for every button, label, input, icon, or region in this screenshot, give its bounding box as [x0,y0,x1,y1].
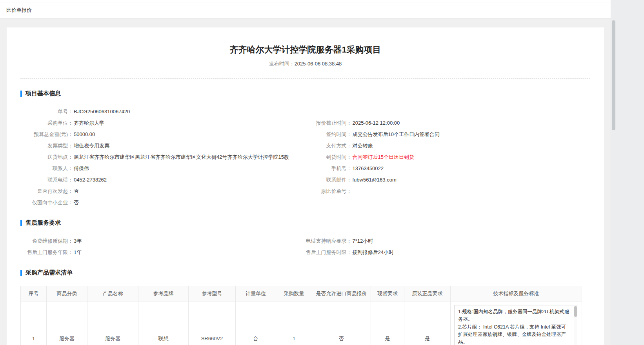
content-card: 齐齐哈尔大学计控学院服务器1采购项目 发布时间：2025-06-06 08:38… [7,27,604,345]
column-header: 参考型号 [189,286,236,301]
cell-tech-spec: 1.规格:国内知名品牌，服务器同一品牌2U 机架式服务器。 2.芯片组： Int… [451,301,582,345]
tech-spec-text: 1.规格:国内知名品牌，服务器同一品牌2U 机架式服务器。 2.芯片组： Int… [458,308,571,345]
field-label: 仅面向中小企业： [20,199,73,206]
cell-stock-required: 是 [371,301,404,345]
page-scrollbar-track[interactable] [611,0,644,345]
column-header: 现货要求 [371,286,404,301]
cell-import-allowed: 否 [312,301,371,345]
field-value: 黑龙江省齐齐哈尔市建华区黑龙江省齐齐哈尔市建华区文化大街42号齐齐哈尔大学计控学… [73,153,289,161]
product-requirements-table: 序号 商品分类 产品名称 参考品牌 参考型号 计量单位 采购数量 是否允许进口商… [20,286,582,345]
field-value: 0452-2738262 [73,176,107,183]
column-header: 商品分类 [47,286,87,301]
field-label: 报价截止时间： [306,119,352,127]
field-label: 预算总金额(元)： [20,131,73,138]
field-row: 仅面向中小企业：否 [20,197,590,208]
column-header: 是否允许进口商品报价 [312,286,371,301]
field-value: 50000.00 [73,131,95,138]
field-row: 单号：BJCG250606310067420 [20,106,590,117]
field-label: 是否再次发起： [20,187,73,195]
field-value: fubw561@163.com [352,176,397,183]
cell-product-name: 服务器 [87,301,138,345]
field-value: 2025-06-12 12:00:00 [352,119,400,127]
table-row: 1 服务器 服务器 联想 SR660V2 台 1 否 是 是 1.规格:国内知名… [21,301,582,345]
spec-scrollbar-thumb[interactable] [574,306,577,317]
field-value: 13763450022 [352,165,384,172]
section-header-products: 采购产品需求清单 [20,269,590,276]
section-header-basic-info: 项目基本信息 [20,90,590,97]
page-scrollbar-thumb[interactable] [612,20,615,130]
field-value: 成交公告发布后10个工作日内签署合同 [352,131,440,138]
column-header: 计量单位 [236,286,276,301]
field-label: 联系人： [20,165,73,172]
cell-brand: 联想 [138,301,189,345]
section-bar-icon [20,220,22,226]
cell-category: 服务器 [47,301,87,345]
tech-spec-scrollbox[interactable]: 1.规格:国内知名品牌，服务器同一品牌2U 机架式服务器。 2.芯片组： Int… [454,305,578,345]
cell-qty: 1 [276,301,312,345]
cell-model: SR660V2 [189,301,236,345]
delivery-time-value: 合同签订后15个日历日到货 [352,153,414,161]
field-value: BJCG250606310067420 [73,108,130,115]
field-row: 免费维修质保期：3年 电话支持响应要求：7*12小时 [20,235,590,247]
publish-time-value: 2025-06-06 08:38:48 [295,61,342,67]
cell-unit: 台 [236,301,276,345]
field-value: 对公转账 [352,142,373,149]
field-row: 发票类型：增值税专用发票 支付方式：对公转账 [20,140,590,151]
field-row: 售后上门服务年限：1年 售后上门服务时限：接到报修后24小时 [20,247,590,258]
field-row: 联系人：傅保伟 手机号：13763450022 [20,163,590,174]
section-title: 项目基本信息 [25,90,61,97]
field-row: 是否再次发起：否 原比价单号： [20,185,590,197]
field-label: 电话支持响应要求： [306,237,352,245]
spec-scrollbar-track[interactable] [574,306,577,345]
publish-time-line: 发布时间：2025-06-06 08:38:48 [20,60,590,67]
field-value: 接到报修后24小时 [352,249,394,256]
aftersales-fields: 免费维修质保期：3年 电话支持响应要求：7*12小时 售后上门服务年限：1年 售… [20,235,590,258]
section-bar-icon [20,91,22,97]
section-bar-icon [20,270,22,276]
field-label: 支付方式： [306,142,352,149]
field-label: 采购单位： [20,119,73,127]
field-label: 免费维修质保期： [20,237,73,245]
section-title: 售后服务要求 [25,219,61,227]
cell-seq: 1 [21,301,47,345]
basic-info-fields: 单号：BJCG250606310067420 采购单位：齐齐哈尔大学 报价截止时… [20,106,590,208]
field-label: 到货时间： [306,153,352,161]
field-label: 签约时间： [306,131,352,138]
field-value: 增值税专用发票 [73,142,109,149]
field-label: 送货地点： [20,153,73,161]
section-title: 采购产品需求清单 [25,269,73,276]
field-label: 原比价单号： [306,187,352,195]
field-value: 3年 [73,237,82,245]
column-header: 参考品牌 [138,286,189,301]
breadcrumb: 比价单报价 [6,7,32,14]
publish-time-label: 发布时间： [269,61,295,67]
field-value: 否 [73,199,79,206]
field-label: 售后上门服务年限： [20,249,73,256]
field-value: 否 [73,187,79,195]
field-label: 联系邮件： [306,176,352,183]
cell-original-required: 是 [404,301,451,345]
field-row: 联系电话：0452-2738262 联系邮件：fubw561@163.com [20,174,590,185]
field-row: 送货地点：黑龙江省齐齐哈尔市建华区黑龙江省齐齐哈尔市建华区文化大街42号齐齐哈尔… [20,151,590,163]
field-value: 傅保伟 [73,165,89,172]
field-value: 1年 [73,249,82,256]
field-row: 预算总金额(元)：50000.00 签约时间：成交公告发布后10个工作日内签署合… [20,129,590,140]
column-header: 产品名称 [87,286,138,301]
field-value: 齐齐哈尔大学 [73,119,104,127]
page-title: 齐齐哈尔大学计控学院服务器1采购项目 [20,44,590,56]
field-label: 单号： [20,108,73,115]
field-row: 采购单位：齐齐哈尔大学 报价截止时间：2025-06-12 12:00:00 [20,117,590,129]
field-label: 售后上门服务时限： [306,249,352,256]
field-value: 7*12小时 [352,237,373,245]
field-label: 发票类型： [20,142,73,149]
page-viewport: 比价单报价 齐齐哈尔大学计控学院服务器1采购项目 发布时间：2025-06-06… [0,0,611,345]
field-label: 联系电话： [20,176,73,183]
section-header-aftersales: 售后服务要求 [20,219,590,227]
dashed-divider [20,78,590,79]
field-label: 手机号： [306,165,352,172]
column-header: 原装正品要求 [404,286,451,301]
column-header: 采购数量 [276,286,312,301]
table-header-row: 序号 商品分类 产品名称 参考品牌 参考型号 计量单位 采购数量 是否允许进口商… [21,286,582,301]
column-header: 技术指标及服务标准 [451,286,582,301]
top-bar: 比价单报价 [0,2,611,18]
